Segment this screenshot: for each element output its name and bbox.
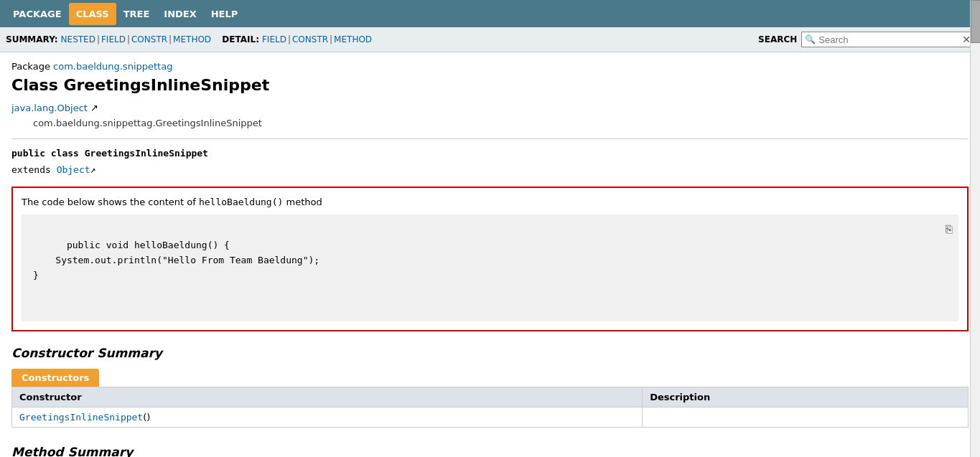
nav-package[interactable]: PACKAGE [6,3,69,25]
description-text: The code below shows the content of hell… [22,197,958,207]
constructor-col-header: Constructor [12,387,643,407]
constructor-table: Constructor Description GreetingsInlineS… [11,387,969,428]
detail-method[interactable]: METHOD [334,34,372,44]
search-icon: 🔍 [805,34,816,44]
nav-tree[interactable]: TREE [116,3,157,25]
constructor-parens: () [143,412,150,423]
object-ext-icon: ↗ [90,164,96,175]
class-keyword: public class GreetingsInlineSnippet [11,148,208,159]
description-cell [643,407,969,428]
code-snippet-block: public void helloBaeldung() { System.out… [22,215,958,321]
search-wrapper: 🔍 ✕ [801,32,974,47]
code-declaration: public class GreetingsInlineSnippet exte… [11,145,969,179]
snippet-text: public void helloBaeldung() { System.out… [33,240,319,281]
class-name: GreetingsInlineSnippet [63,76,269,94]
constructor-summary-section: Constructor Summary Constructors Constru… [11,346,969,428]
package-line: Package com.baeldung.snippettag [11,61,969,72]
sub-nav-right: SEARCH 🔍 ✕ [758,32,974,47]
external-link-icon: ↗ [90,103,98,113]
constructor-summary-heading: Constructor Summary [11,346,969,360]
package-label-text: Package [11,61,50,72]
desc-text-before: The code below shows the content of [22,197,196,207]
detail-constr[interactable]: CONSTR [292,34,328,44]
copy-icon[interactable]: ⎘ [946,220,953,239]
constructor-link[interactable]: GreetingsInlineSnippet [19,412,143,423]
main-content: Package com.baeldung.snippettag Class Gr… [0,52,980,457]
code-line1: public class GreetingsInlineSnippet [11,148,208,159]
search-input[interactable] [818,34,962,45]
table-row: GreetingsInlineSnippet() [12,407,969,428]
method-summary-section: Method Summary All Methods Instance Meth… [11,445,969,457]
nav-index[interactable]: INDEX [157,3,203,25]
code-line2: extends Object↗ [11,164,95,175]
nav-help[interactable]: HELP [204,3,246,25]
top-navigation: PACKAGE CLASS TREE INDEX HELP [0,0,980,27]
inheritance-tree: java.lang.Object ↗ com.baeldung.snippett… [11,101,969,131]
parent-class-link[interactable]: java.lang.Object [11,103,88,113]
desc-text-after: method [286,197,322,207]
class-title: Class GreetingsInlineSnippet [11,76,969,94]
detail-label: DETAIL: [222,34,259,44]
constructors-tab[interactable]: Constructors [11,369,99,387]
summary-label: SUMMARY: [6,34,58,44]
detail-field[interactable]: FIELD [262,34,286,44]
child-class: com.baeldung.snippettag.GreetingsInlineS… [11,118,262,128]
class-prefix: Class [11,76,58,94]
class-name-bold: GreetingsInlineSnippet [85,148,208,159]
description-col-header: Description [643,387,969,407]
code-ref: helloBaeldung() [199,197,283,207]
description-box: The code below shows the content of hell… [11,187,969,331]
package-link[interactable]: com.baeldung.snippettag [53,61,172,72]
sub-nav-left: SUMMARY: NESTED | FIELD | CONSTR | METHO… [6,34,372,44]
method-summary-heading: Method Summary [11,445,969,457]
summary-field[interactable]: FIELD [101,34,126,44]
scrollbar-thumb[interactable] [971,0,980,43]
summary-constr[interactable]: CONSTR [131,34,167,44]
divider [11,138,969,139]
search-label: SEARCH [758,34,797,44]
summary-nested[interactable]: NESTED [61,34,95,44]
object-link[interactable]: Object [57,164,90,175]
summary-method[interactable]: METHOD [173,34,211,44]
scrollbar[interactable] [970,0,980,457]
nav-class[interactable]: CLASS [69,3,116,25]
sub-navigation: SUMMARY: NESTED | FIELD | CONSTR | METHO… [0,27,980,52]
constructor-cell: GreetingsInlineSnippet() [12,407,643,428]
